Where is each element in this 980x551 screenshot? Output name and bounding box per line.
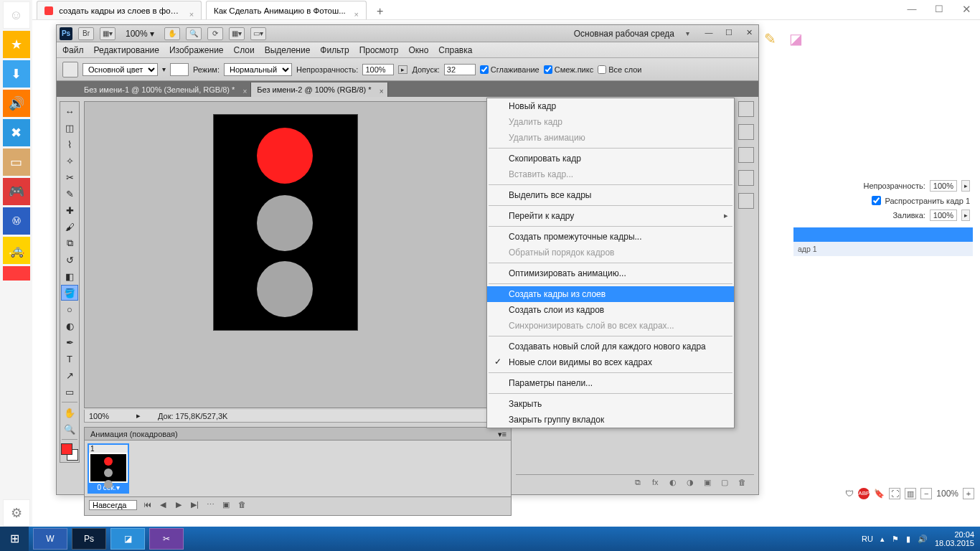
sidebar-favorites-icon[interactable]: ★ bbox=[3, 31, 30, 58]
crop-tool-icon[interactable]: ✂ bbox=[61, 169, 78, 185]
ctx-goto-frame[interactable]: Перейти к кадру bbox=[487, 208, 734, 224]
bucket-tool-icon[interactable]: 🪣 bbox=[61, 285, 78, 301]
sidebar-downloads-icon[interactable]: ⬇ bbox=[3, 60, 30, 88]
bookmark-icon[interactable]: 🔖 bbox=[874, 489, 885, 499]
shape-tool-icon[interactable]: ▭ bbox=[61, 384, 78, 400]
start-button[interactable]: ⊞ bbox=[0, 527, 29, 551]
sidebar-smile-icon[interactable]: ☺ bbox=[3, 1, 30, 29]
arrange-docs-icon[interactable]: ▦▾ bbox=[229, 27, 245, 40]
ctx-panel-options[interactable]: Параметры панели... bbox=[487, 375, 734, 391]
ctx-make-frames-from-layers[interactable]: Создать кадры из слоев bbox=[487, 286, 734, 302]
prev-frame-button[interactable]: ◀ bbox=[157, 500, 169, 510]
browser-tab-2[interactable]: Как Сделать Анимацию в Фотош... × bbox=[206, 1, 367, 19]
blur-tool-icon[interactable]: ○ bbox=[61, 301, 78, 317]
loop-select[interactable]: Навсегда bbox=[89, 500, 137, 510]
hand-tool-icon[interactable]: ✋ bbox=[164, 27, 180, 40]
dodge-tool-icon[interactable]: ◐ bbox=[61, 318, 78, 334]
sidebar-taxi-icon[interactable]: 🚕 bbox=[3, 237, 30, 264]
mode-select[interactable]: Нормальный bbox=[224, 63, 292, 76]
workspace-arrow-icon[interactable]: ▾ bbox=[680, 29, 695, 37]
taskbar-photoshop-icon[interactable]: Ps bbox=[72, 528, 106, 550]
tray-up-icon[interactable]: ▴ bbox=[880, 534, 885, 544]
eyedropper-tool-icon[interactable]: ✎ bbox=[61, 186, 78, 202]
bridge-button[interactable]: Br bbox=[78, 27, 94, 40]
status-doc[interactable]: Док: 175,8K/527,3K bbox=[143, 412, 501, 420]
contiguous-checkbox[interactable]: Смеж.пикс bbox=[544, 65, 593, 74]
tray-flag-icon[interactable]: ⚑ bbox=[892, 534, 899, 544]
shield-icon[interactable]: 🛡 bbox=[845, 489, 854, 499]
zoom-in-button[interactable]: + bbox=[963, 488, 974, 499]
abp-icon[interactable]: ABP bbox=[858, 488, 870, 499]
doc-tab-2[interactable]: Без имени-2 @ 100% (RGB/8) *× bbox=[251, 83, 387, 97]
sidebar-market-icon[interactable]: Ⓜ bbox=[3, 207, 30, 235]
first-frame-button[interactable]: ⏮ bbox=[141, 500, 153, 510]
fill-source-select[interactable]: Основной цвет bbox=[83, 63, 158, 76]
view-extras-button[interactable]: ▦▾ bbox=[100, 27, 116, 40]
ctx-match-layer[interactable]: Синхронизировать слой во всех кадрах... bbox=[487, 318, 734, 334]
menu-layer[interactable]: Слои bbox=[234, 45, 255, 55]
sidebar-rss-icon[interactable]: 🔊 bbox=[3, 90, 30, 117]
propagate-checkbox[interactable] bbox=[872, 196, 881, 205]
sidebar-red-icon[interactable] bbox=[3, 266, 30, 281]
tray-clock[interactable]: 20:04 18.03.2015 bbox=[935, 530, 974, 547]
play-button[interactable]: ▶ bbox=[173, 500, 184, 510]
tray-lang[interactable]: RU bbox=[862, 534, 873, 543]
wand-tool-icon[interactable]: ✧ bbox=[61, 153, 78, 169]
opacity-flyout-icon[interactable]: ▸ bbox=[398, 65, 407, 74]
marquee-tool-icon[interactable]: ◫ bbox=[61, 120, 78, 136]
sidebar-games-icon[interactable]: 🎮 bbox=[3, 178, 30, 205]
animation-frame-1[interactable]: 1 0 сек.▾ bbox=[88, 443, 129, 494]
fill-value[interactable]: 100% bbox=[930, 209, 957, 221]
sidebar-notes-icon[interactable]: ▭ bbox=[3, 149, 30, 176]
ctx-delete-frame[interactable]: Удалить кадр bbox=[487, 114, 734, 130]
antialias-checkbox[interactable]: Сглаживание bbox=[480, 65, 540, 74]
canvas-area[interactable] bbox=[84, 101, 512, 408]
new-frame-button[interactable]: ▣ bbox=[220, 500, 232, 510]
pattern-swatch[interactable] bbox=[170, 63, 189, 76]
taskbar-maxthon-icon[interactable]: ◪ bbox=[110, 528, 145, 550]
brush-tool-icon[interactable]: 🖌 bbox=[61, 219, 78, 235]
hand-tool-icon[interactable]: ✋ bbox=[61, 405, 78, 420]
fullscreen-icon[interactable]: ⛶ bbox=[889, 488, 900, 499]
ctx-tween[interactable]: Создать промежуточные кадры... bbox=[487, 229, 734, 245]
ctx-paste-frame[interactable]: Вставить кадр... bbox=[487, 166, 734, 182]
lasso-tool-icon[interactable]: ⌇ bbox=[61, 136, 78, 152]
collapsed-panel-icon[interactable] bbox=[738, 170, 754, 186]
pen-tool-icon[interactable]: ✒ bbox=[61, 334, 78, 350]
zoom-tool-icon[interactable]: 🔍 bbox=[61, 421, 78, 437]
taskbar-snipping-icon[interactable]: ✂ bbox=[149, 528, 184, 550]
ps-minimize-button[interactable]: — bbox=[702, 28, 715, 39]
fill-arrow-icon[interactable]: ▸ bbox=[961, 209, 970, 221]
trash-icon[interactable]: 🗑 bbox=[738, 478, 750, 488]
fx-icon[interactable]: fx bbox=[652, 478, 664, 488]
menu-edit[interactable]: Редактирование bbox=[94, 45, 159, 55]
tab-close-icon[interactable]: × bbox=[187, 5, 197, 15]
opacity-input[interactable]: 100% bbox=[362, 64, 394, 75]
ctx-close-group[interactable]: Закрыть группу вкладок bbox=[487, 412, 734, 428]
taskbar-word-icon[interactable]: W bbox=[33, 528, 67, 550]
collapsed-panel-icon[interactable] bbox=[738, 193, 754, 209]
link-layers-icon[interactable]: ⧉ bbox=[635, 478, 646, 488]
ctx-visible-all[interactable]: Новые слои видимы во всех кадрах bbox=[487, 354, 734, 370]
collapsed-panel-icon[interactable] bbox=[738, 147, 754, 163]
tray-network-icon[interactable]: ▮ bbox=[906, 534, 910, 544]
tolerance-input[interactable]: 32 bbox=[444, 64, 476, 75]
opacity-arrow-icon[interactable]: ▸ bbox=[961, 180, 970, 192]
heal-tool-icon[interactable]: ✚ bbox=[61, 202, 78, 218]
opacity-value[interactable]: 100% bbox=[930, 180, 957, 192]
window-minimize-button[interactable]: — bbox=[898, 0, 925, 19]
split-icon[interactable]: ▥ bbox=[905, 488, 916, 499]
ctx-new-layer-each[interactable]: Создавать новый слой для каждого нового … bbox=[487, 339, 734, 354]
window-maximize-button[interactable]: ☐ bbox=[925, 0, 953, 19]
status-arrow-icon[interactable]: ▸ bbox=[133, 411, 143, 420]
eraser-icon[interactable]: ◪ bbox=[789, 30, 803, 47]
panel-menu-icon[interactable]: ▾≡ bbox=[498, 428, 511, 440]
mask-icon[interactable]: ◐ bbox=[669, 478, 681, 488]
pencil-icon[interactable]: ✎ bbox=[764, 30, 776, 47]
sidebar-settings-icon[interactable]: ⚙ bbox=[3, 499, 30, 527]
collapsed-panel-icon[interactable] bbox=[738, 101, 754, 117]
rotate-view-icon[interactable]: ⟳ bbox=[207, 27, 223, 40]
fg-bg-swatch[interactable] bbox=[61, 443, 78, 461]
type-tool-icon[interactable]: T bbox=[61, 351, 78, 367]
eraser-tool-icon[interactable]: ◧ bbox=[61, 268, 78, 284]
